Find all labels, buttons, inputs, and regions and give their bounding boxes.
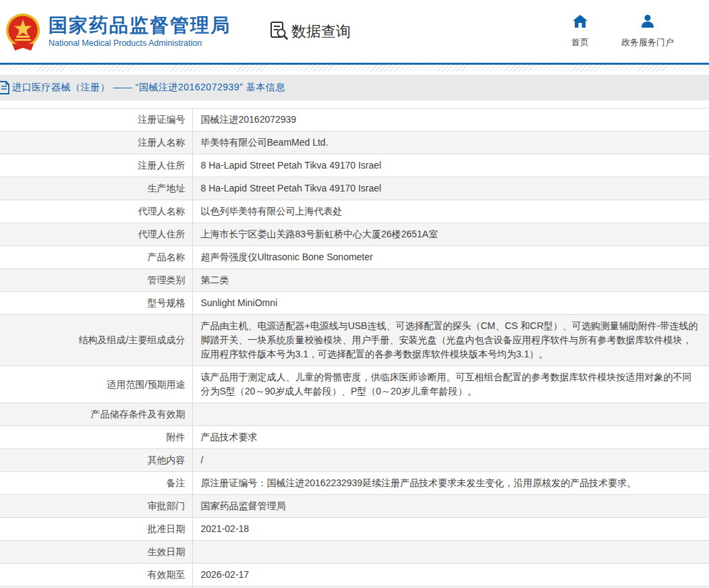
- breadcrumb-text: 进口医疗器械（注册） —— “国械注进20162072939” 基本信息: [12, 82, 285, 94]
- table-row: 审批部门国家药品监督管理局: [0, 495, 709, 518]
- table-row: 产品名称超声骨强度仪Ultrasonic Bone Sonometer: [0, 246, 709, 269]
- document-icon: [0, 81, 10, 94]
- row-label: 型号规格: [0, 292, 192, 315]
- registration-info-section: 注册证编号国械注进20162072939注册人名称毕美特有限公司BeamMed …: [0, 108, 709, 588]
- nav-home[interactable]: 首页: [571, 15, 589, 49]
- row-value: 8 Ha-Lapid Street Petah Tikva 49170 Isra…: [192, 177, 709, 200]
- table-row: 生产地址8 Ha-Lapid Street Petah Tikva 49170 …: [0, 177, 709, 200]
- row-label-text: 注册人名称: [138, 137, 186, 148]
- table-row: 注册人住所8 Ha-Lapid Street Petah Tikva 49170…: [0, 154, 709, 177]
- row-value: 产品技术要求: [192, 426, 709, 449]
- row-value: 毕美特有限公司BeamMed Ltd.: [192, 131, 709, 154]
- row-label: 其他内容: [0, 449, 192, 472]
- table-row: 代理人名称以色列毕美特有限公司上海代表处: [0, 200, 709, 223]
- table-row: 注册证编号国械注进20162072939: [0, 109, 709, 131]
- row-value: 国械注进20162072939: [192, 109, 709, 131]
- row-value: Sunlight MiniOmni: [192, 292, 709, 315]
- table-row: 备注原注册证编号：国械注进20162232939延续注册产品技术要求未发生变化，…: [0, 472, 709, 495]
- hatch-divider: [0, 65, 709, 71]
- row-label: 产品储存条件及有效期: [0, 403, 192, 426]
- row-label: 产品名称: [0, 246, 192, 269]
- row-label-text: 型号规格: [148, 297, 186, 308]
- row-label: 备注: [0, 472, 192, 495]
- table-row: 附件产品技术要求: [0, 426, 709, 449]
- table-row: 代理人住所上海市长宁区娄山关路83号新虹桥中心大厦26楼2651A室: [0, 223, 709, 246]
- row-label-text: 注册证编号: [138, 114, 186, 125]
- nav-portal-label: 政务服务门户: [621, 36, 674, 49]
- table-row: 注册人名称毕美特有限公司BeamMed Ltd.: [0, 131, 709, 154]
- row-value: 上海市长宁区娄山关路83号新虹桥中心大厦26楼2651A室: [192, 223, 709, 246]
- row-value: [192, 541, 709, 564]
- row-label: 有效期至: [0, 564, 192, 587]
- row-value: 该产品用于测定成人、儿童的骨骼密度，供临床医师诊断用。可互相组合配置的参考数据库…: [192, 366, 709, 403]
- data-query-label: 数据查询: [291, 22, 351, 42]
- row-label-text: 结构及组成/主要组成成分: [79, 334, 186, 345]
- registration-info-table: 注册证编号国械注进20162072939注册人名称毕美特有限公司BeamMed …: [0, 108, 709, 588]
- row-label-text: 代理人名称: [138, 206, 186, 216]
- row-value: 第二类: [192, 269, 709, 292]
- row-label-text: 生效日期: [148, 546, 186, 557]
- site-header: 国家药品监督管理局 National Medical Products Admi…: [0, 0, 709, 65]
- person-icon: [641, 15, 654, 30]
- row-label: 附件: [0, 426, 192, 449]
- row-label-text: 产品名称: [148, 252, 186, 262]
- brand-titles: 国家药品监督管理局 National Medical Products Admi…: [49, 15, 231, 48]
- row-value: 超声骨强度仪Ultrasonic Bone Sonometer: [192, 246, 709, 269]
- row-label: 注册人名称: [0, 131, 192, 154]
- row-value: 2026-02-17: [192, 564, 709, 587]
- row-label-text: 有效期至: [148, 569, 186, 580]
- row-value: 以色列毕美特有限公司上海代表处: [192, 200, 709, 223]
- row-label: 注册人住所: [0, 154, 192, 177]
- row-label-text: 其他内容: [148, 454, 186, 465]
- row-value: 产品由主机、电源适配器+电源线与USB连线、可选择配置的探头（CM、CS 和CR…: [192, 315, 709, 366]
- row-label-text: 审批部门: [148, 500, 186, 511]
- row-label-text: 注册人住所: [138, 160, 186, 171]
- row-label-text: 代理人住所: [138, 229, 186, 239]
- nav-home-label: 首页: [571, 36, 589, 49]
- nav-portal[interactable]: 政务服务门户: [621, 15, 674, 49]
- table-row: 适用范围/预期用途该产品用于测定成人、儿童的骨骼密度，供临床医师诊断用。可互相组…: [0, 366, 709, 403]
- table-row: 管理类别第二类: [0, 269, 709, 292]
- row-label: 代理人住所: [0, 223, 192, 246]
- row-label: 适用范围/预期用途: [0, 366, 192, 403]
- row-label-text: 备注: [167, 477, 186, 488]
- table-row: 生效日期: [0, 541, 709, 564]
- row-label: 管理类别: [0, 269, 192, 292]
- table-row: 结构及组成/主要组成成分产品由主机、电源适配器+电源线与USB连线、可选择配置的…: [0, 315, 709, 366]
- row-label: 结构及组成/主要组成成分: [0, 315, 192, 366]
- row-label-text: 适用范围/预期用途: [107, 379, 186, 390]
- data-query-nav[interactable]: 数据查询: [268, 20, 351, 43]
- row-value: 原注册证编号：国械注进20162232939延续注册产品技术要求未发生变化，沿用…: [192, 472, 709, 495]
- row-label-text: 生产地址: [148, 183, 186, 194]
- nmpa-emblem-logo: [5, 11, 40, 52]
- home-icon: [573, 15, 588, 30]
- breadcrumb: 进口医疗器械（注册） —— “国械注进20162072939” 基本信息: [0, 75, 709, 100]
- row-value: 8 Ha-Lapid Street Petah Tikva 49170 Isra…: [192, 154, 709, 177]
- row-value: 国家药品监督管理局: [192, 495, 709, 518]
- row-label: 批准日期: [0, 518, 192, 541]
- row-label: 生产地址: [0, 177, 192, 200]
- row-label-text: 附件: [167, 432, 186, 442]
- row-label-text: 管理类别: [148, 274, 186, 285]
- row-value: 2021-02-18: [192, 518, 709, 541]
- row-label: 注册证编号: [0, 109, 192, 131]
- china-emblem-icon: [5, 11, 40, 52]
- row-label: 代理人名称: [0, 200, 192, 223]
- row-label-text: 产品储存条件及有效期: [91, 409, 186, 419]
- row-label: 生效日期: [0, 541, 192, 564]
- site-title-en: National Medical Products Administration: [49, 38, 231, 48]
- site-title-cn: 国家药品监督管理局: [49, 15, 231, 36]
- table-row: 批准日期2021-02-18: [0, 518, 709, 541]
- table-row: 其他内容/: [0, 449, 709, 472]
- row-label: 审批部门: [0, 495, 192, 518]
- row-label-text: 批准日期: [148, 523, 186, 534]
- row-value: /: [192, 449, 709, 472]
- header-right-nav: 首页 政务服务门户: [571, 15, 674, 49]
- table-row: 型号规格Sunlight MiniOmni: [0, 292, 709, 315]
- table-row: 产品储存条件及有效期: [0, 403, 709, 426]
- data-query-icon: [268, 20, 289, 43]
- row-value: [192, 403, 709, 426]
- table-row: 有效期至2026-02-17: [0, 564, 709, 587]
